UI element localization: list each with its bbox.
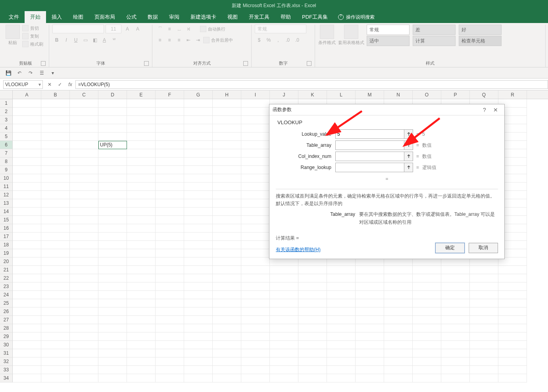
cell-I6[interactable] — [241, 141, 270, 149]
row-header-13[interactable]: 13 — [0, 199, 13, 208]
cell-C2[interactable] — [70, 108, 98, 116]
cell-C24[interactable] — [70, 291, 98, 299]
cell-E31[interactable] — [127, 349, 156, 357]
alignment-launcher-icon[interactable] — [243, 61, 248, 66]
cell-D29[interactable] — [98, 332, 127, 341]
cell-E30[interactable] — [127, 341, 156, 349]
cell-C27[interactable] — [70, 316, 98, 324]
cell-B18[interactable] — [41, 241, 70, 249]
cell-G16[interactable] — [184, 224, 213, 233]
cell-D19[interactable] — [98, 249, 127, 257]
cell-N29[interactable] — [384, 332, 413, 341]
cell-K27[interactable] — [298, 316, 327, 324]
cell-H33[interactable] — [213, 366, 241, 374]
cell-D17[interactable] — [98, 233, 127, 241]
cell-A16[interactable] — [13, 224, 41, 233]
cell-R24[interactable] — [498, 291, 527, 299]
column-header-B[interactable]: B — [41, 90, 70, 99]
cell-M28[interactable] — [356, 324, 384, 332]
cell-I23[interactable] — [241, 282, 270, 291]
cell-A19[interactable] — [13, 249, 41, 257]
cell-L33[interactable] — [327, 366, 356, 374]
cell-A9[interactable] — [13, 166, 41, 174]
cell-F16[interactable] — [156, 224, 184, 233]
cell-Q22[interactable] — [470, 274, 498, 282]
cell-K25[interactable] — [298, 299, 327, 307]
cell-J22[interactable] — [270, 274, 298, 282]
cell-B12[interactable] — [41, 191, 70, 199]
cell-R23[interactable] — [498, 282, 527, 291]
phonetic-button[interactable]: ᵂ — [110, 36, 118, 44]
column-header-G[interactable]: G — [184, 90, 213, 99]
cell-F15[interactable] — [156, 216, 184, 224]
cell-B5[interactable] — [41, 133, 70, 141]
number-launcher-icon[interactable] — [307, 61, 311, 66]
cell-H31[interactable] — [213, 349, 241, 357]
cell-A2[interactable] — [13, 108, 41, 116]
cell-H32[interactable] — [213, 357, 241, 366]
cell-D6[interactable]: UP(5) — [98, 141, 127, 149]
cell-D34[interactable] — [98, 374, 127, 382]
cell-K24[interactable] — [298, 291, 327, 299]
cell-A26[interactable] — [13, 307, 41, 316]
save-icon[interactable]: 💾 — [5, 69, 12, 77]
row-header-15[interactable]: 15 — [0, 216, 13, 224]
cell-C20[interactable] — [70, 257, 98, 266]
cell-F10[interactable] — [156, 174, 184, 183]
cell-F19[interactable] — [156, 249, 184, 257]
cell-F22[interactable] — [156, 274, 184, 282]
increase-font-icon[interactable]: A — [123, 25, 132, 33]
cell-D9[interactable] — [98, 166, 127, 174]
cell-K28[interactable] — [298, 324, 327, 332]
cell-N33[interactable] — [384, 366, 413, 374]
column-header-N[interactable]: N — [384, 90, 413, 99]
cell-B33[interactable] — [41, 366, 70, 374]
row-header-9[interactable]: 9 — [0, 166, 13, 174]
row-header-24[interactable]: 24 — [0, 291, 13, 299]
cell-I2[interactable] — [241, 108, 270, 116]
cell-J29[interactable] — [270, 332, 298, 341]
cell-H12[interactable] — [213, 191, 241, 199]
cell-K22[interactable] — [298, 274, 327, 282]
cell-F6[interactable] — [156, 141, 184, 149]
cell-A6[interactable] — [13, 141, 41, 149]
cell-C7[interactable] — [70, 149, 98, 158]
column-header-M[interactable]: M — [356, 90, 384, 99]
cell-Q25[interactable] — [470, 299, 498, 307]
cell-C6[interactable] — [70, 141, 98, 149]
cell-I25[interactable] — [241, 299, 270, 307]
cell-D28[interactable] — [98, 324, 127, 332]
cell-P27[interactable] — [441, 316, 470, 324]
cell-H7[interactable] — [213, 149, 241, 158]
cell-N28[interactable] — [384, 324, 413, 332]
cell-A10[interactable] — [13, 174, 41, 183]
cell-K21[interactable] — [298, 266, 327, 274]
format-painter-button[interactable]: 格式刷 — [22, 40, 43, 48]
cell-H17[interactable] — [213, 233, 241, 241]
row-header-22[interactable]: 22 — [0, 274, 13, 282]
column-header-P[interactable]: P — [441, 90, 470, 99]
cell-I29[interactable] — [241, 332, 270, 341]
cell-D8[interactable] — [98, 158, 127, 166]
undo-icon[interactable]: ↶ — [16, 69, 23, 77]
cell-P34[interactable] — [441, 374, 470, 382]
column-header-Q[interactable]: Q — [470, 90, 498, 99]
cell-D12[interactable] — [98, 191, 127, 199]
indent-dec-button[interactable]: ⇤ — [184, 36, 193, 44]
cell-F33[interactable] — [156, 366, 184, 374]
row-header-3[interactable]: 3 — [0, 116, 13, 124]
cell-D10[interactable] — [98, 174, 127, 183]
tab-pdf-tools[interactable]: PDF工具集 — [296, 11, 333, 23]
cell-O29[interactable] — [413, 332, 441, 341]
cell-C21[interactable] — [70, 266, 98, 274]
cell-E19[interactable] — [127, 249, 156, 257]
cell-A17[interactable] — [13, 233, 41, 241]
cell-E27[interactable] — [127, 316, 156, 324]
cell-E34[interactable] — [127, 374, 156, 382]
cell-R34[interactable] — [498, 374, 527, 382]
cell-A7[interactable] — [13, 149, 41, 158]
dialog-help-button[interactable]: ? — [479, 107, 490, 113]
cell-P28[interactable] — [441, 324, 470, 332]
cell-B1[interactable] — [41, 99, 70, 108]
comma-button[interactable]: , — [274, 36, 283, 44]
